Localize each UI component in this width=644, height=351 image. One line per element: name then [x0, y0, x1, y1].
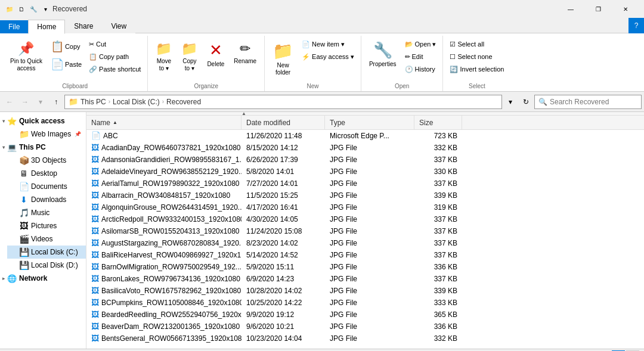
- easy-access-label: Easy access ▾: [312, 53, 354, 61]
- close-button[interactable]: ✕: [612, 0, 639, 18]
- column-header-type[interactable]: Type: [325, 116, 414, 129]
- history-button[interactable]: 🕐 History: [402, 63, 439, 75]
- sidebar-item-pictures[interactable]: 🖼 Pictures: [7, 219, 86, 232]
- select-none-icon: ☐: [450, 53, 456, 61]
- edit-icon: ✏: [405, 53, 410, 61]
- sidebar-item-desktop[interactable]: 🖥 Desktop: [7, 167, 86, 180]
- paste-shortcut-button[interactable]: 🔗 Paste shortcut: [86, 63, 144, 75]
- file-row[interactable]: 🖼 BeaverDam_ROW2132001365_1920x1080 9/6/…: [86, 321, 644, 333]
- column-header-name[interactable]: Name ▲: [86, 116, 242, 129]
- file-row[interactable]: 🖼 AugustStargazing_ROW6870280834_1920...…: [86, 237, 644, 249]
- invert-selection-button[interactable]: 🔄 Invert selection: [447, 63, 507, 75]
- delete-button[interactable]: ✕ Delete: [203, 38, 228, 70]
- address-dropdown-button[interactable]: ▾: [503, 95, 518, 109]
- file-size: 319 KB: [414, 203, 462, 212]
- ribbon-group-select: ☑ Select all ☐ Select none 🔄 Invert sele…: [443, 36, 510, 91]
- file-row[interactable]: 🖼 ArcticRedpoll_ROW9332400153_1920x1080 …: [86, 213, 644, 225]
- file-row[interactable]: 📄 ABC 11/26/2020 11:48 Microsoft Edge P.…: [86, 130, 644, 142]
- quick-access-toolbar-properties[interactable]: 🔧: [29, 4, 38, 14]
- copy-icon: 📋: [51, 40, 64, 53]
- file-icon: 🖼: [91, 262, 99, 271]
- file-date: 7/27/2020 14:01: [242, 179, 325, 188]
- address-crumb-thispc[interactable]: This PC: [80, 98, 106, 106]
- file-row[interactable]: 🖼 Albarracin_ROW340848157_1920x1080 11/5…: [86, 190, 644, 201]
- forward-button[interactable]: →: [18, 95, 32, 109]
- invert-label: Invert selection: [460, 66, 504, 73]
- sidebar-item-this-pc[interactable]: ▾ 💻 This PC: [0, 141, 86, 154]
- file-row[interactable]: 🖼 AcadianDay_ROW6460737821_1920x1080 8/1…: [86, 142, 644, 154]
- sidebar-item-documents[interactable]: 📄 Documents: [7, 180, 86, 193]
- sidebar-item-local-disk-d[interactable]: 💾 Local Disk (D:): [7, 259, 86, 272]
- back-button[interactable]: ←: [2, 95, 17, 109]
- file-row[interactable]: 🖼 AdansoniaGrandidieri_ROW9895583167_1..…: [86, 154, 644, 166]
- recent-locations-button[interactable]: ▾: [33, 95, 48, 109]
- help-button[interactable]: ?: [628, 18, 644, 33]
- easy-access-button[interactable]: ⚡ Easy access ▾: [299, 51, 357, 63]
- this-pc-icon: 💻: [7, 143, 17, 152]
- file-row[interactable]: 🖼 BCPumpkins_ROW1105008846_1920x1080 10/…: [86, 297, 644, 309]
- address-crumb-recovered[interactable]: Recovered: [166, 98, 201, 106]
- cut-button[interactable]: ✂ Cut: [86, 38, 144, 50]
- edit-button[interactable]: ✏ Edit: [402, 51, 439, 63]
- tab-home[interactable]: Home: [28, 20, 65, 34]
- file-icon: 🖼: [91, 179, 99, 188]
- properties-button[interactable]: 🔧 Properties: [365, 38, 401, 70]
- address-bar[interactable]: 📁 This PC › Local Disk (C:) › Recovered: [64, 95, 502, 109]
- desktop-icon: 🖥: [19, 169, 29, 178]
- file-name: AerialTamul_ROW1979890322_1920x1080: [101, 179, 240, 188]
- local-disk-d-icon: 💾: [19, 260, 29, 270]
- file-row[interactable]: 🖼 AlgonquinGrouse_ROW2644314591_1920... …: [86, 201, 644, 213]
- search-input[interactable]: [550, 98, 633, 106]
- minimize-button[interactable]: —: [557, 0, 584, 18]
- ribbon-group-new: 📁 Newfolder 📄 New item ▾ ⚡ Easy access ▾…: [265, 36, 361, 91]
- new-item-button[interactable]: 📄 New item ▾: [299, 38, 357, 50]
- search-bar[interactable]: 🔍: [534, 95, 642, 109]
- file-icon: 🖼: [91, 155, 99, 164]
- file-row[interactable]: 🖼 BentsGeneral_ROW0566713395_1920x1080 1…: [86, 333, 644, 344]
- tab-share[interactable]: Share: [65, 19, 102, 33]
- sidebar-item-3d-objects[interactable]: 📦 3D Objects: [7, 154, 86, 167]
- quick-access-toolbar-new[interactable]: 🗋: [17, 4, 26, 14]
- sidebar-item-local-disk-c[interactable]: 💾 Local Disk (C:): [7, 246, 86, 259]
- cut-label: Cut: [96, 41, 106, 48]
- address-area: ← → ▾ ↑ 📁 This PC › Local Disk (C:) › Re…: [0, 92, 644, 112]
- sidebar-item-network[interactable]: ▸ 🌐 Network: [0, 272, 86, 285]
- sidebar-item-downloads[interactable]: ⬇ Downloads: [7, 193, 86, 206]
- file-row[interactable]: 🖼 BaronLakes_ROW9796734136_1920x1080 6/9…: [86, 273, 644, 285]
- file-row[interactable]: 🖼 BaliRiceHarvest_ROW0409869927_1920x1..…: [86, 249, 644, 261]
- file-row[interactable]: 🖼 AdelaideVineyard_ROW9638552129_1920...…: [86, 166, 644, 178]
- file-icon: 🖼: [91, 286, 99, 295]
- copy-to-button[interactable]: 📁 Copyto ▾: [177, 38, 202, 75]
- column-header-size[interactable]: Size: [414, 116, 462, 129]
- file-size: 330 KB: [414, 167, 462, 176]
- sidebar-item-web-images[interactable]: 📁 Web Images 📌: [7, 128, 86, 141]
- file-row[interactable]: 🖼 BarnOwlMigration_ROW9750029549_192... …: [86, 261, 644, 273]
- sidebar-item-quick-access[interactable]: ▾ ⭐ Quick access: [0, 114, 86, 128]
- quick-access-menu[interactable]: ▾: [41, 4, 50, 14]
- select-all-button[interactable]: ☑ Select all: [447, 38, 507, 50]
- tab-view[interactable]: View: [102, 19, 135, 33]
- refresh-button[interactable]: ↻: [519, 95, 533, 109]
- file-row[interactable]: 🖼 AerialTamul_ROW1979890322_1920x1080 7/…: [86, 178, 644, 190]
- sidebar-item-music[interactable]: 🎵 Music: [7, 206, 86, 219]
- file-row[interactable]: 🖼 BeardedReedling_ROW2552940756_1920x...…: [86, 309, 644, 321]
- paste-button[interactable]: 📄 Paste: [48, 56, 85, 73]
- address-crumb-localdisk[interactable]: Local Disk (C:): [113, 98, 160, 106]
- open-button[interactable]: 📂 Open ▾: [402, 38, 439, 50]
- col-size-label: Size: [419, 119, 433, 127]
- sidebar-item-videos[interactable]: 🎬 Videos: [7, 232, 86, 246]
- pin-to-quick-access-button[interactable]: 📌 Pin to Quickaccess: [6, 38, 47, 75]
- tab-file[interactable]: File: [0, 20, 28, 33]
- copy-button[interactable]: 📋 Copy: [48, 38, 85, 55]
- file-name: AdansoniaGrandidieri_ROW9895583167_1...: [101, 156, 242, 164]
- column-header-date[interactable]: Date modified: [242, 116, 325, 129]
- new-folder-button[interactable]: 📁 Newfolder: [268, 38, 298, 79]
- file-row[interactable]: 🖼 BasilicaVoto_ROW1675782962_1920x1080 1…: [86, 285, 644, 297]
- file-row[interactable]: 🖼 AsilomarSB_ROW0155204313_1920x1080 11/…: [86, 225, 644, 237]
- select-none-button[interactable]: ☐ Select none: [447, 51, 507, 63]
- move-to-button[interactable]: 📁 Moveto ▾: [151, 38, 176, 75]
- copy-path-button[interactable]: 📋 Copy path: [86, 51, 144, 63]
- up-button[interactable]: ↑: [49, 95, 63, 109]
- maximize-button[interactable]: ❐: [584, 0, 612, 18]
- rename-button[interactable]: ✏ Rename: [230, 38, 261, 67]
